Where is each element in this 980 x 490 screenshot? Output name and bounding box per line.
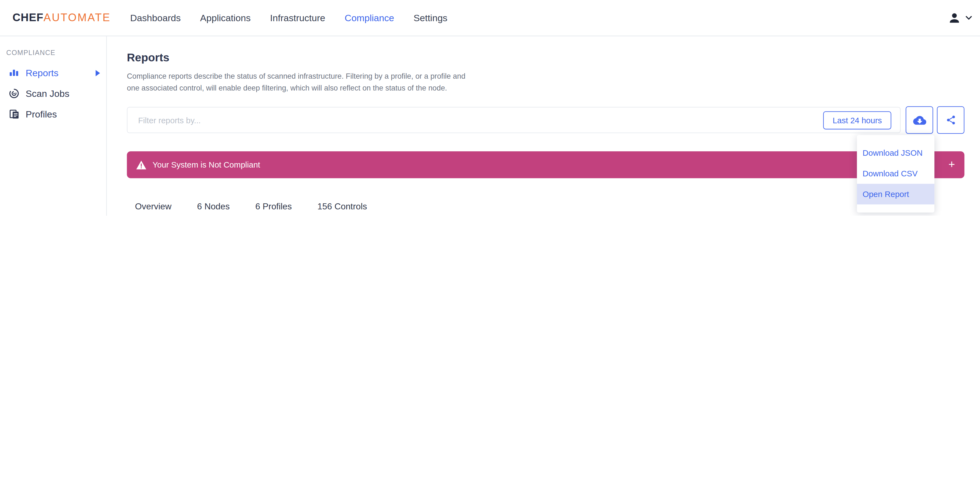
nav-item-dashboards[interactable]: Dashboards	[130, 13, 181, 23]
scan-radar-icon	[9, 88, 19, 99]
sidebar-item-profiles[interactable]: Profiles	[0, 104, 106, 124]
filter-row: Filter reports by... Last 24 hours	[127, 107, 964, 134]
nav-item-infrastructure[interactable]: Infrastructure	[270, 13, 325, 23]
page-title: Reports	[127, 50, 964, 65]
sidebar-item-label: Scan Jobs	[25, 88, 69, 99]
filter-placeholder: Filter reports by...	[138, 116, 201, 125]
time-range-button[interactable]: Last 24 hours	[823, 111, 891, 129]
tab-profiles[interactable]: 6 Profiles	[247, 201, 300, 216]
sidebar-item-reports[interactable]: Reports	[0, 62, 106, 83]
tab-controls[interactable]: 156 Controls	[309, 201, 375, 216]
profiles-doc-icon	[9, 109, 19, 119]
chevron-down-icon	[966, 16, 972, 20]
nav-item-compliance[interactable]: Compliance	[345, 13, 394, 23]
sidebar-item-label: Profiles	[25, 109, 57, 119]
chef-automate-logo[interactable]: CHEFAUTOMATE	[13, 11, 111, 24]
menu-item-download-json[interactable]: Download JSON	[857, 143, 934, 163]
sidebar-item-scan-jobs[interactable]: Scan Jobs	[0, 83, 106, 104]
sidebar: COMPLIANCE Reports Scan Jobs Profiles	[0, 36, 107, 216]
cloud-download-icon	[913, 115, 926, 126]
chef-automate-app: CHEFAUTOMATE Dashboards Applications Inf…	[0, 0, 980, 216]
logo-automate: AUTOMATE	[43, 11, 111, 24]
submenu-caret-icon	[96, 70, 100, 76]
user-menu[interactable]	[948, 0, 972, 36]
bar-chart-icon	[9, 67, 19, 78]
download-dropdown-menu: Download JSON Download CSV Open Report	[857, 135, 934, 213]
filter-reports-input[interactable]: Filter reports by... Last 24 hours	[127, 107, 900, 133]
nav-links: Dashboards Applications Infrastructure C…	[130, 13, 447, 23]
sidebar-item-label: Reports	[25, 67, 58, 78]
sidebar-section-label: COMPLIANCE	[6, 49, 107, 56]
compliance-status-banner: Your System is Not Compliant ta +	[127, 151, 964, 178]
tab-nodes[interactable]: 6 Nodes	[189, 201, 238, 216]
menu-item-open-report[interactable]: Open Report	[857, 184, 934, 204]
download-report-button[interactable]	[906, 106, 933, 134]
report-tabs: Overview 6 Nodes 6 Profiles 156 Controls	[127, 201, 964, 216]
user-avatar-icon	[948, 11, 961, 25]
main-content: Reports Compliance reports describe the …	[107, 36, 980, 216]
nav-item-settings[interactable]: Settings	[414, 13, 447, 23]
warning-triangle-icon	[136, 161, 146, 169]
share-icon	[945, 115, 956, 126]
logo-chef: CHEF	[13, 11, 43, 24]
plus-icon[interactable]: +	[948, 158, 955, 172]
banner-message: Your System is Not Compliant	[153, 160, 260, 169]
page-description: Compliance reports describe the status o…	[127, 71, 469, 94]
nav-item-applications[interactable]: Applications	[200, 13, 251, 23]
share-report-button[interactable]	[937, 106, 964, 134]
tab-overview[interactable]: Overview	[127, 201, 180, 216]
menu-item-download-csv[interactable]: Download CSV	[857, 163, 934, 184]
reports-header-section: Reports Compliance reports describe the …	[107, 36, 980, 216]
top-navigation: CHEFAUTOMATE Dashboards Applications Inf…	[0, 0, 980, 36]
